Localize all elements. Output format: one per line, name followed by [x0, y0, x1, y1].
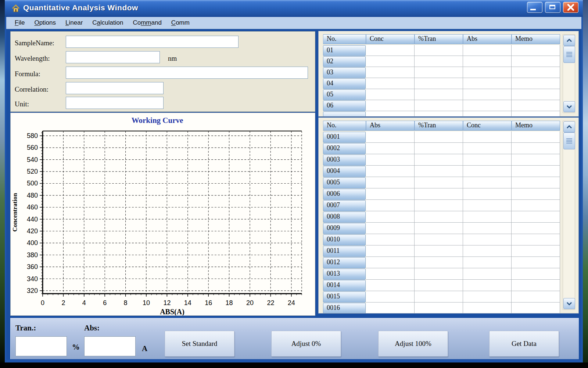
samples-cell[interactable] — [366, 188, 415, 200]
standards-row-number-button[interactable]: 01 — [323, 45, 366, 56]
samples-cell[interactable] — [512, 257, 560, 268]
standards-cell[interactable] — [463, 78, 512, 89]
samples-cell[interactable] — [366, 154, 415, 166]
samples-cell[interactable] — [366, 234, 415, 245]
adjust-0-button[interactable]: Adjust 0% — [271, 331, 341, 357]
samples-cell[interactable] — [512, 302, 560, 313]
standards-cell[interactable] — [512, 56, 560, 67]
samples-cell[interactable] — [512, 223, 560, 234]
samples-cell[interactable] — [512, 166, 560, 177]
samples-cell[interactable] — [463, 211, 512, 223]
standards-row-number-button[interactable]: 04 — [323, 78, 366, 89]
standards-cell[interactable] — [512, 45, 560, 56]
standards-cell[interactable] — [415, 45, 463, 56]
standards-cell[interactable] — [366, 78, 415, 89]
samples-cell[interactable] — [463, 177, 512, 188]
wavelength-input[interactable] — [66, 51, 160, 63]
standards-cell[interactable] — [415, 100, 463, 111]
samples-cell[interactable] — [512, 268, 560, 280]
set-standard-button[interactable]: Set Standard — [165, 331, 234, 357]
samples-row-number-button[interactable]: 0003 — [323, 155, 366, 166]
scrollbar-thumb[interactable] — [563, 132, 575, 149]
samples-row-number-button[interactable]: 0004 — [323, 166, 366, 177]
scroll-up-button[interactable] — [563, 121, 575, 132]
menu-item-options[interactable]: Options — [29, 18, 61, 28]
samples-cell[interactable] — [463, 234, 512, 245]
samples-cell[interactable] — [366, 166, 415, 177]
correlation-input[interactable] — [66, 82, 164, 94]
standards-cell[interactable] — [415, 67, 463, 78]
close-button[interactable] — [563, 2, 578, 13]
standards-cell[interactable] — [415, 56, 463, 67]
samples-row-number-button[interactable]: 0008 — [323, 212, 366, 223]
menu-item-command[interactable]: Command — [128, 18, 166, 28]
samples-cell[interactable] — [415, 234, 463, 245]
tran-input[interactable] — [15, 336, 67, 356]
standards-cell[interactable] — [512, 78, 560, 89]
samples-cell[interactable] — [415, 280, 463, 291]
samples-cell[interactable] — [463, 143, 512, 154]
samples-cell[interactable] — [366, 223, 415, 234]
standards-cell[interactable] — [366, 100, 415, 111]
samples-cell[interactable] — [463, 268, 512, 280]
samples-cell[interactable] — [415, 257, 463, 268]
standards-cell[interactable] — [463, 100, 512, 111]
abs-input[interactable] — [84, 336, 136, 356]
standards-cell[interactable] — [463, 111, 512, 116]
samples-cell[interactable] — [366, 280, 415, 291]
samples-cell[interactable] — [463, 302, 512, 313]
unit-input[interactable] — [66, 97, 164, 109]
samples-cell[interactable] — [415, 154, 463, 166]
menu-item-calculation[interactable]: Calculation — [87, 18, 128, 28]
standards-row-number-button[interactable]: 06 — [323, 100, 366, 111]
samples-cell[interactable] — [512, 177, 560, 188]
samples-row-number-button[interactable]: 0007 — [323, 200, 366, 211]
standards-row-number-button[interactable] — [323, 112, 366, 116]
samples-cell[interactable] — [463, 200, 512, 211]
formula-input[interactable] — [66, 67, 308, 79]
samples-cell[interactable] — [366, 143, 415, 154]
samples-cell[interactable] — [463, 166, 512, 177]
standards-cell[interactable] — [463, 56, 512, 67]
samples-cell[interactable] — [415, 143, 463, 154]
scroll-down-button[interactable] — [563, 298, 575, 309]
standards-cell[interactable] — [463, 89, 512, 100]
samples-cell[interactable] — [512, 154, 560, 166]
standards-scrollbar[interactable] — [563, 34, 575, 113]
menu-item-comm[interactable]: Comm — [166, 18, 194, 28]
standards-cell[interactable] — [415, 89, 463, 100]
standards-cell[interactable] — [366, 45, 415, 56]
samples-cell[interactable] — [366, 291, 415, 302]
samples-cell[interactable] — [415, 211, 463, 223]
samples-scrollbar[interactable] — [563, 121, 575, 310]
samples-cell[interactable] — [366, 211, 415, 223]
samples-row-number-button[interactable]: 0014 — [323, 280, 366, 291]
standards-cell[interactable] — [512, 100, 560, 111]
samples-cell[interactable] — [415, 291, 463, 302]
samples-cell[interactable] — [463, 245, 512, 257]
samples-row-number-button[interactable]: 0016 — [323, 303, 366, 313]
samples-row-number-button[interactable]: 0009 — [323, 223, 366, 234]
samples-cell[interactable] — [366, 268, 415, 280]
minimize-button[interactable] — [527, 2, 542, 13]
get-data-button[interactable]: Get Data — [489, 331, 559, 357]
standards-cell[interactable] — [512, 67, 560, 78]
samples-cell[interactable] — [463, 188, 512, 200]
samples-cell[interactable] — [415, 177, 463, 188]
samples-cell[interactable] — [415, 166, 463, 177]
standards-cell[interactable] — [463, 45, 512, 56]
samples-row-number-button[interactable]: 0015 — [323, 291, 366, 302]
samples-cell[interactable] — [512, 200, 560, 211]
scroll-up-button[interactable] — [563, 35, 575, 46]
samples-cell[interactable] — [512, 245, 560, 257]
maximize-button[interactable] — [545, 2, 560, 13]
samples-cell[interactable] — [463, 280, 512, 291]
samples-row-number-button[interactable]: 0001 — [323, 132, 366, 143]
samples-cell[interactable] — [366, 302, 415, 313]
samples-cell[interactable] — [415, 268, 463, 280]
adjust-100-button[interactable]: Adjust 100% — [378, 331, 448, 357]
samples-cell[interactable] — [415, 245, 463, 257]
samples-cell[interactable] — [415, 200, 463, 211]
samples-cell[interactable] — [366, 131, 415, 143]
samples-cell[interactable] — [512, 234, 560, 245]
